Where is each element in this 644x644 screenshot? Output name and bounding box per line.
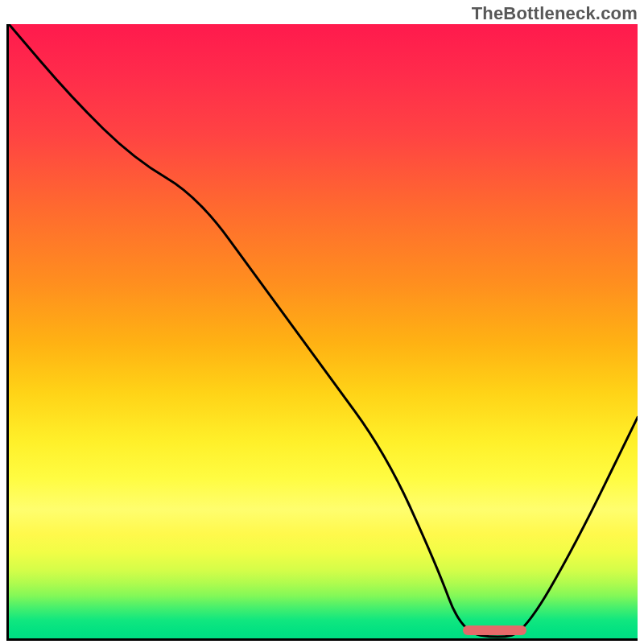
chart-container: TheBottleneck.com	[0, 0, 644, 644]
plot-area	[6, 24, 638, 641]
bottleneck-curve	[9, 24, 638, 638]
optimal-range-marker	[463, 625, 526, 635]
curve-path	[9, 24, 638, 637]
watermark-text: TheBottleneck.com	[472, 3, 638, 24]
